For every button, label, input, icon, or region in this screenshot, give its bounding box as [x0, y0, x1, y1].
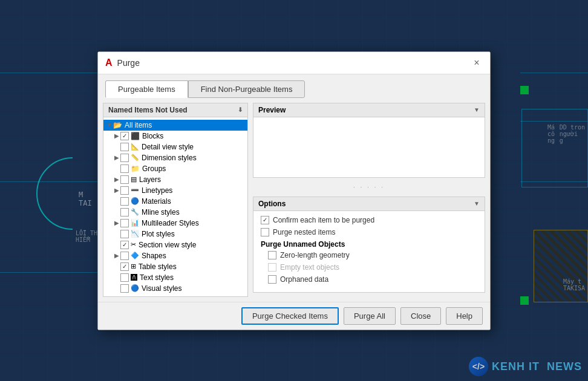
title-bar-left: A Purge [105, 57, 140, 68]
tree-item-section[interactable]: ✓ ✂ Section view style [103, 239, 247, 250]
named-items-label: Named Items Not Used [108, 106, 188, 114]
tab-find-non[interactable]: Find Non-Purgeable Items [188, 80, 305, 98]
tree-item-table[interactable]: ✓ ⊞ Table styles [103, 261, 247, 272]
purge-all-button[interactable]: Purge All [344, 307, 396, 325]
purge-dialog: A Purge × Purgeable Items Find Non-Purge… [97, 51, 491, 330]
linetypes-expand-icon: ▶ [113, 187, 120, 194]
content-area: Named Items Not Used ⬇ ▼ 📂 All items ▶ ✓… [98, 98, 490, 302]
tree-item-blocks[interactable]: ▶ ✓ ⬛ Blocks [103, 131, 247, 142]
layers-expand-icon: ▶ [113, 176, 120, 183]
divider: · · · · · [253, 181, 485, 193]
options-arrow-icon: ▼ [474, 200, 480, 207]
shapes-checkbox[interactable] [120, 252, 129, 260]
table-label: Table styles [139, 262, 177, 271]
preview-arrow-icon: ▼ [474, 106, 480, 113]
groups-icon: 📁 [131, 164, 140, 173]
tree-item-all[interactable]: ▼ 📂 All items [103, 120, 247, 131]
layers-label: Layers [139, 175, 161, 184]
options-header: Options ▼ [253, 197, 485, 211]
sub-options: Zero-length geometry Empty text objects … [261, 251, 477, 284]
mline-checkbox[interactable] [120, 208, 129, 217]
tree-item-materials[interactable]: 🔵 Materials [103, 196, 247, 207]
nested-checkbox[interactable] [261, 228, 269, 236]
plot-icon: 📉 [131, 230, 139, 238]
multileader-expand-icon: ▶ [113, 220, 120, 226]
mline-icon: 🔧 [131, 208, 139, 216]
blocks-label: Blocks [142, 132, 163, 140]
groups-checkbox[interactable] [120, 164, 129, 173]
options-section: Options ▼ ✓ Confirm each item to be purg… [253, 197, 485, 293]
help-button[interactable]: Help [446, 307, 483, 325]
option-nested: Purge nested items [261, 228, 477, 236]
text-checkbox[interactable] [120, 273, 129, 282]
tab-row: Purgeable Items Find Non-Purgeable Items [98, 74, 490, 98]
tree-item-text[interactable]: 🅰 Text styles [103, 272, 247, 283]
option-confirm: ✓ Confirm each item to be purged [261, 216, 477, 224]
shapes-icon: 🔷 [131, 252, 139, 259]
tree-area[interactable]: ▼ 📂 All items ▶ ✓ ⬛ Blocks [103, 117, 248, 297]
dialog-title: Purge [117, 58, 140, 68]
layers-checkbox[interactable] [120, 175, 129, 184]
tree-item-layers[interactable]: ▶ ▤ Layers [103, 174, 247, 185]
tab-purgeable[interactable]: Purgeable Items [105, 80, 188, 98]
multileader-label: Multileader Styles [142, 219, 199, 227]
linetypes-checkbox[interactable] [120, 186, 129, 195]
named-items-header: Named Items Not Used ⬇ [103, 103, 248, 117]
empty-text-checkbox [268, 263, 276, 272]
orphaned-label: Orphaned data [280, 275, 328, 284]
linetypes-icon: ➖ [131, 186, 139, 194]
detail-label: Detail view style [142, 143, 194, 151]
title-bar: A Purge × [98, 52, 490, 74]
blocks-checkbox[interactable]: ✓ [120, 132, 129, 140]
close-button[interactable]: Close [400, 307, 441, 325]
tree-item-dimension[interactable]: ▶ 📏 Dimension styles [103, 152, 247, 163]
tree-item-plot[interactable]: 📉 Plot styles [103, 229, 247, 239]
tree-item-linetypes[interactable]: ▶ ➖ Linetypes [103, 185, 247, 196]
table-checkbox[interactable]: ✓ [120, 262, 129, 271]
mline-label: Mline styles [142, 208, 180, 217]
multileader-checkbox[interactable] [120, 219, 129, 227]
option-orphaned: Orphaned data [268, 275, 477, 284]
panel-header-arrow-icon: ⬇ [238, 106, 243, 113]
tree-item-detail-view[interactable]: 📐 Detail view style [103, 142, 247, 152]
visual-label: Visual styles [142, 284, 181, 293]
section-checkbox[interactable]: ✓ [120, 241, 129, 249]
visual-checkbox[interactable] [120, 284, 129, 293]
text-icon: 🅰 [131, 274, 137, 281]
right-panel: Preview ▼ · · · · · Options ▼ [253, 103, 485, 297]
nested-label: Purge nested items [273, 228, 335, 236]
tree-item-multileader[interactable]: ▶ 📊 Multileader Styles [103, 218, 247, 229]
bottom-bar: Purge Checked Items Purge All Close Help [98, 302, 490, 330]
orphaned-checkbox[interactable] [268, 275, 276, 284]
empty-text-label: Empty text objects [280, 263, 339, 272]
left-panel: Named Items Not Used ⬇ ▼ 📂 All items ▶ ✓… [103, 103, 248, 297]
options-label: Options [258, 200, 286, 208]
confirm-checkbox[interactable]: ✓ [261, 216, 269, 224]
zero-length-checkbox[interactable] [268, 251, 276, 259]
visual-icon: 🔵 [131, 284, 139, 292]
tree-item-groups[interactable]: 📁 Groups [103, 163, 247, 174]
groups-label: Groups [142, 164, 166, 173]
text-label: Text styles [140, 273, 174, 282]
preview-content [253, 117, 485, 178]
dimension-icon: 📏 [131, 154, 139, 161]
dimension-checkbox[interactable] [120, 154, 129, 162]
shapes-expand-icon: ▶ [113, 252, 120, 259]
detail-checkbox[interactable] [120, 143, 129, 151]
tree-item-shapes[interactable]: ▶ 🔷 Shapes [103, 250, 247, 261]
close-icon[interactable]: × [471, 57, 483, 69]
shapes-label: Shapes [142, 252, 166, 260]
plot-checkbox[interactable] [120, 230, 129, 238]
materials-checkbox[interactable] [120, 197, 129, 206]
zero-length-label: Zero-length geometry [280, 251, 350, 259]
options-content: ✓ Confirm each item to be purged Purge n… [253, 211, 485, 292]
purge-checked-button[interactable]: Purge Checked Items [241, 307, 339, 325]
section-icon: ✂ [131, 241, 136, 249]
detail-icon: 📐 [131, 143, 139, 151]
dimension-expand-icon: ▶ [113, 154, 120, 161]
tree-item-visual[interactable]: 🔵 Visual styles [103, 283, 247, 294]
tree-item-mline[interactable]: 🔧 Mline styles [103, 207, 247, 218]
preview-header: Preview ▼ [253, 103, 485, 117]
linetypes-label: Linetypes [142, 186, 172, 195]
materials-label: Materials [142, 197, 171, 206]
